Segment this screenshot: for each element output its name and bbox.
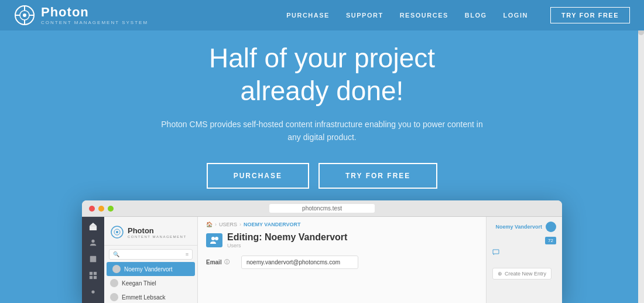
list-item-label-1: Keegan Thiel (122, 280, 156, 287)
url-bar[interactable]: photoncms.test (269, 204, 375, 213)
user-avatar (546, 222, 556, 232)
email-input[interactable] (241, 256, 358, 269)
left-panel: Photon CONTENT MANAGEMENT 🔍 ≡ Noemy Vand… (104, 217, 198, 303)
breadcrumb-sep-1: › (215, 222, 217, 227)
hero-title-line1: Half of your project (209, 43, 435, 73)
app-brand-sub: CONTENT MANAGEMENT (128, 235, 187, 239)
email-label: Email ⓘ (206, 258, 235, 266)
list-item-1[interactable]: Keegan Thiel (104, 276, 197, 290)
window-dots (89, 206, 114, 212)
svg-rect-15 (90, 276, 93, 279)
avatar-0 (112, 265, 121, 273)
svg-point-21 (211, 237, 215, 240)
window-chrome: photoncms.test (82, 200, 562, 217)
brand-subtitle: Content Management System (41, 20, 148, 25)
edit-icon (206, 233, 222, 247)
nav-purchase[interactable]: PURCHASE (286, 12, 330, 19)
form-row-email: Email ⓘ (206, 256, 478, 269)
app-brand-row: Photon CONTENT MANAGEMENT (104, 222, 197, 246)
svg-point-22 (215, 237, 218, 240)
search-icon: 🔍 (113, 251, 119, 257)
try-free-button[interactable]: TRY FOR FREE (318, 163, 437, 189)
svg-point-9 (91, 240, 94, 243)
app-brand-logo-icon (110, 225, 124, 239)
nav-blog[interactable]: BLOG (465, 12, 487, 19)
window-close-dot[interactable] (89, 206, 95, 212)
sidebar-icon-users[interactable] (87, 238, 100, 247)
editing-header: Editing: Noemy Vandervort Users (206, 232, 478, 248)
hero-section: Half of your project already done! Photo… (0, 30, 644, 200)
svg-rect-14 (94, 272, 97, 275)
brand-name: Photon (41, 5, 148, 19)
page-scrollbar[interactable] (638, 0, 644, 303)
svg-marker-8 (90, 223, 97, 226)
chat-icon (492, 249, 499, 256)
breadcrumb-home-icon[interactable]: 🏠 (206, 222, 213, 227)
sidebar-icon-content[interactable] (87, 254, 100, 264)
list-item-2[interactable]: Emmett Lebsack (104, 290, 197, 303)
user-tag: Noemy Vandervort (495, 224, 542, 230)
create-new-icon: ⊕ (498, 271, 502, 277)
editing-title: Editing: Noemy Vandervort (227, 232, 347, 243)
app-preview-window: photoncms.test (82, 200, 562, 303)
sidebar-icon-home[interactable] (87, 222, 100, 231)
app-search-bar[interactable]: 🔍 ≡ (109, 249, 193, 260)
editing-subtitle: Users (227, 243, 347, 248)
svg-point-20 (116, 231, 118, 233)
search-input[interactable] (122, 251, 183, 257)
list-item-0[interactable]: Noemy Vandervort (107, 262, 195, 276)
list-item-label-2: Emmett Lebsack (122, 294, 165, 301)
nav-support[interactable]: SUPPORT (346, 12, 383, 19)
brand: Photon Content Management System (14, 5, 286, 26)
navbar: Photon Content Management System PURCHAS… (0, 0, 644, 30)
sidebar-icon-grid[interactable] (87, 271, 100, 280)
avatar-2 (110, 293, 118, 301)
app-content: Photon CONTENT MANAGEMENT 🔍 ≡ Noemy Vand… (82, 217, 562, 303)
app-brand-name: Photon (128, 226, 187, 235)
nav-resources[interactable]: RESOURCES (400, 12, 448, 19)
create-new-button[interactable]: ⊕ Create New Entry (492, 268, 551, 280)
breadcrumb-users[interactable]: USERS (219, 222, 237, 227)
hero-buttons: PURCHASE TRY FOR FREE (207, 163, 438, 189)
avatar-1 (110, 279, 118, 287)
svg-rect-13 (90, 272, 93, 275)
navbar-try-button[interactable]: TRY FOR FREE (550, 7, 630, 23)
right-panel: Noemy Vandervort 72 ⊕ Create New Entry (486, 217, 562, 303)
svg-rect-10 (90, 256, 97, 263)
hero-title: Half of your project already done! (209, 42, 435, 107)
window-maximize-dot[interactable] (108, 206, 114, 212)
window-minimize-dot[interactable] (98, 206, 104, 212)
create-new-label: Create New Entry (505, 271, 546, 277)
breadcrumb-sep-2: › (239, 222, 241, 227)
info-icon: ⓘ (224, 258, 229, 266)
breadcrumb-current: NOEMY VANDERVORT (244, 222, 301, 227)
right-panel-top: Noemy Vandervort (492, 222, 556, 232)
svg-rect-16 (94, 276, 97, 279)
hero-title-line2: already done! (241, 76, 404, 106)
svg-point-17 (91, 290, 94, 293)
svg-point-6 (23, 13, 26, 17)
navbar-links: PURCHASE SUPPORT RESOURCES BLOG LOGIN TR… (286, 7, 630, 23)
breadcrumb: 🏠 › USERS › NOEMY VANDERVORT (206, 222, 478, 227)
svg-rect-7 (90, 226, 97, 230)
search-options-icon[interactable]: ≡ (186, 251, 189, 257)
brand-logo-icon (14, 5, 35, 26)
nav-login[interactable]: LOGIN (503, 12, 528, 19)
purchase-button[interactable]: PURCHASE (207, 163, 309, 189)
badge: 72 (545, 237, 556, 244)
sidebar-icon-strip (82, 217, 104, 303)
sidebar-icon-settings[interactable] (87, 287, 100, 297)
main-content: 🏠 › USERS › NOEMY VANDERVORT Editing: No… (198, 217, 486, 303)
list-item-label-0: Noemy Vandervort (124, 266, 173, 273)
hero-subtitle: Photon CMS provides self-hosted content … (158, 118, 486, 144)
